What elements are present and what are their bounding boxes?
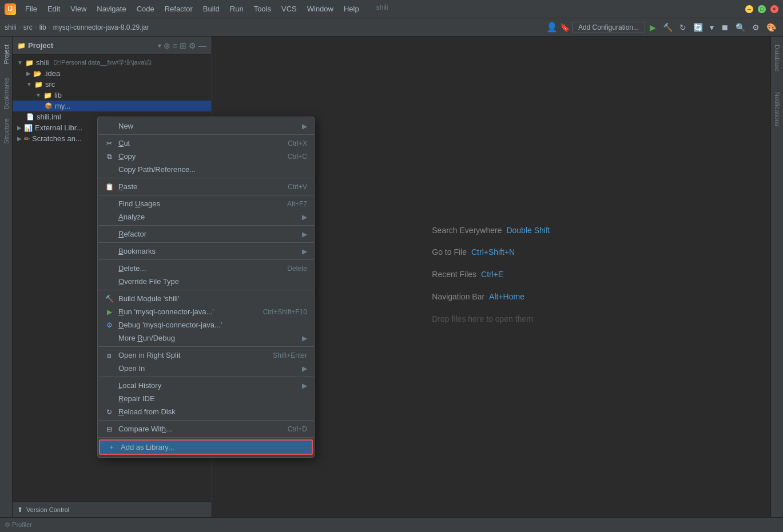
menu-edit[interactable]: Edit: [43, 3, 65, 14]
cm-compare-with-shortcut: Ctrl+D: [288, 425, 307, 433]
separator-1: [98, 134, 314, 135]
breadcrumb-lib[interactable]: lib: [39, 23, 46, 31]
theme-button[interactable]: 🎨: [764, 22, 778, 33]
hint-label-drop: Drop files here to open them: [432, 310, 533, 328]
cm-find-usages-shortcut: Alt+F7: [287, 200, 307, 208]
cm-more-run-debug[interactable]: More Run/Debug ▶: [98, 331, 314, 345]
cm-local-history[interactable]: Local History ▶: [98, 379, 314, 392]
cm-bookmarks[interactable]: Bookmarks ▶: [98, 245, 314, 258]
menu-bar: File Edit View Navigate Code Refactor Bu…: [21, 3, 745, 14]
coverage-button[interactable]: 🔄: [691, 22, 705, 33]
breadcrumb-src[interactable]: src: [23, 23, 33, 31]
separator-2: [98, 178, 314, 178]
hint-shortcut-file[interactable]: Ctrl+Shift+N: [471, 243, 515, 261]
menu-code[interactable]: Code: [132, 3, 159, 14]
minimize-panel-icon[interactable]: —: [198, 41, 206, 50]
tab-structure[interactable]: Structure: [1, 115, 11, 147]
menu-refactor[interactable]: Refactor: [160, 3, 197, 14]
hint-row-nav: Navigation Bar Alt+Home: [432, 288, 550, 306]
build-button[interactable]: 🔨: [661, 22, 675, 33]
menu-run[interactable]: Run: [225, 3, 248, 14]
menu-tools[interactable]: Tools: [249, 3, 276, 14]
settings-button[interactable]: ⚙: [750, 22, 762, 33]
minimize-button[interactable]: ─: [745, 5, 753, 13]
separator-8: [98, 346, 314, 347]
menu-view[interactable]: View: [66, 3, 91, 14]
project-dropdown-arrow[interactable]: ▾: [158, 42, 161, 50]
cm-run[interactable]: ▶ Run 'mysql-connector-java...' Ctrl+Shi…: [98, 305, 314, 318]
cm-repair-ide[interactable]: Repair IDE: [98, 392, 314, 405]
version-control[interactable]: ⬆ Version Control: [13, 501, 211, 517]
cm-compare-with[interactable]: ⊟ Compare With... Ctrl+D: [98, 422, 314, 435]
add-configuration-button[interactable]: Add Configuration...: [572, 22, 645, 33]
app-icon: IJ: [5, 3, 16, 15]
tree-item-shili[interactable]: ▼ 📁 shili D:\Personal data__fxw\学业\java\…: [13, 57, 211, 68]
refactor-arrow: ▶: [302, 230, 307, 238]
cm-reload-from-disk[interactable]: ↻ Reload from Disk: [98, 405, 314, 418]
tree-label-lib: lib: [54, 91, 62, 99]
project-folder-icon: 📁: [17, 42, 26, 50]
cm-debug[interactable]: ⚙ Debug 'mysql-connector-java...': [98, 318, 314, 331]
stop-button[interactable]: ⏹: [718, 22, 731, 33]
cm-add-as-library[interactable]: + Add as Library...: [99, 439, 313, 455]
tree-item-lib[interactable]: ▼ 📁 lib: [13, 90, 211, 101]
cm-paste-label: Paste: [118, 182, 283, 191]
cm-open-in[interactable]: Open In ▶: [98, 362, 314, 375]
reload-button[interactable]: ↻: [677, 22, 689, 33]
menu-build[interactable]: Build: [198, 3, 224, 14]
cm-cut[interactable]: ✂ Cut Ctrl+X: [98, 137, 314, 150]
menu-navigate[interactable]: Navigate: [92, 3, 130, 14]
tree-label-shili: shili: [36, 58, 49, 67]
separator-9: [98, 377, 314, 377]
breadcrumb-file[interactable]: mysql-connector-java-8.0.29.jar: [53, 23, 149, 31]
dropdown-button[interactable]: ▾: [708, 22, 716, 33]
menu-help[interactable]: Help: [339, 3, 364, 14]
folder-icon-lib: 📁: [43, 91, 52, 99]
cm-open-right-split[interactable]: ⧈ Open in Right Split Shift+Enter: [98, 349, 314, 362]
breadcrumb-shili[interactable]: shili: [5, 23, 17, 31]
folder-icon-idea: 📂: [33, 70, 42, 78]
expand-all-icon[interactable]: ⊞: [180, 41, 186, 50]
hint-shortcut-recent[interactable]: Ctrl+E: [481, 266, 503, 283]
tab-project[interactable]: Project: [1, 41, 11, 67]
tree-item-idea[interactable]: ▶ 📂 .idea: [13, 68, 211, 79]
tab-bookmarks[interactable]: Bookmarks: [1, 74, 11, 113]
hint-label-file: Go to File: [432, 243, 467, 261]
tree-item-src[interactable]: ▼ 📁 src: [13, 79, 211, 90]
cm-copy-path[interactable]: Copy Path/Reference...: [98, 163, 314, 176]
profiler-status[interactable]: ⚙ Profiler: [5, 521, 32, 529]
iml-icon: 📄: [26, 113, 34, 121]
cm-copy[interactable]: ⧉ Copy Ctrl+C: [98, 150, 314, 163]
user-icon[interactable]: 👤: [546, 22, 558, 33]
hint-shortcut-nav[interactable]: Alt+Home: [489, 288, 524, 306]
collapse-all-icon[interactable]: ≡: [173, 41, 177, 50]
add-library-icon: +: [107, 443, 116, 451]
hint-shortcut-search[interactable]: Double Shift: [506, 222, 550, 239]
maximize-button[interactable]: □: [758, 5, 766, 13]
cut-icon: ✂: [105, 139, 114, 147]
cm-new-label: New: [118, 122, 295, 130]
tab-notifications[interactable]: Notifications: [772, 89, 782, 130]
cm-analyze[interactable]: Analyze ▶: [98, 210, 314, 223]
cm-refactor[interactable]: Refactor ▶: [98, 227, 314, 241]
cm-new[interactable]: New ▶: [98, 119, 314, 133]
tab-database[interactable]: Database: [772, 41, 782, 75]
scope-icon[interactable]: ⊕: [164, 41, 170, 50]
cm-delete[interactable]: Delete... Delete: [98, 262, 314, 275]
tree-path-shili: D:\Personal data__fxw\学业\java\自: [53, 58, 152, 67]
cm-override-file-type[interactable]: Override File Type: [98, 275, 314, 288]
menu-file[interactable]: File: [21, 3, 42, 14]
gear-icon[interactable]: ⚙: [189, 41, 196, 50]
close-button[interactable]: ✕: [770, 5, 778, 13]
run-button[interactable]: ▶: [647, 22, 658, 33]
cm-find-usages[interactable]: Find Usages Alt+F7: [98, 197, 314, 210]
search-button[interactable]: 🔍: [733, 22, 748, 33]
cm-more-run-debug-label: More Run/Debug: [118, 334, 295, 342]
git-icon[interactable]: 🔖: [560, 23, 570, 32]
cm-build-module[interactable]: 🔨 Build Module 'shili': [98, 292, 314, 305]
cm-paste[interactable]: 📋 Paste Ctrl+V: [98, 180, 314, 193]
menu-window[interactable]: Window: [303, 3, 338, 14]
cm-copy-label: Copy: [118, 152, 283, 161]
menu-vcs[interactable]: VCS: [277, 3, 301, 14]
tree-item-mysql-jar[interactable]: 📦 my...: [13, 101, 211, 111]
